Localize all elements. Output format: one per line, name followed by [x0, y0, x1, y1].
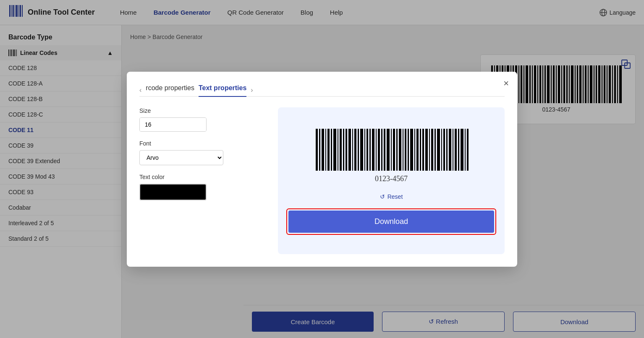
svg-rect-91 — [378, 129, 380, 171]
svg-rect-95 — [391, 129, 392, 171]
svg-rect-111 — [437, 129, 440, 171]
svg-rect-83 — [354, 129, 356, 171]
svg-rect-73 — [325, 129, 326, 171]
svg-rect-113 — [443, 129, 445, 171]
modal-right-panel: 0123-4567 ↺ Reset Download — [278, 107, 505, 254]
download-modal-button[interactable]: Download — [288, 211, 494, 233]
svg-rect-72 — [322, 129, 324, 171]
modal-dialog: × ‹ rcode properties Text properties › S… — [127, 72, 517, 267]
svg-rect-82 — [352, 129, 353, 171]
svg-rect-120 — [465, 129, 466, 171]
svg-rect-97 — [396, 129, 398, 171]
tab-barcode-properties[interactable]: rcode properties — [146, 84, 194, 97]
reset-icon: ↺ — [380, 193, 385, 200]
svg-rect-92 — [381, 129, 382, 171]
svg-rect-75 — [331, 129, 332, 171]
svg-rect-86 — [364, 129, 365, 171]
svg-rect-90 — [376, 129, 377, 171]
svg-rect-71 — [319, 129, 320, 171]
text-color-label: Text color — [139, 174, 265, 180]
svg-rect-77 — [338, 129, 338, 171]
svg-rect-107 — [425, 129, 428, 171]
svg-rect-110 — [435, 129, 436, 171]
svg-rect-96 — [393, 129, 395, 171]
svg-rect-79 — [343, 129, 344, 171]
barcode-preview-svg: 0123-4567 — [312, 127, 471, 185]
svg-rect-74 — [327, 129, 330, 171]
svg-rect-98 — [399, 129, 401, 171]
size-form-group: Size ▲ ▼ — [139, 107, 265, 132]
modal-left-panel: Size ▲ ▼ Font Arvo Arial H — [139, 107, 265, 254]
svg-rect-88 — [369, 129, 371, 171]
svg-rect-81 — [348, 129, 351, 171]
modal-body: Size ▲ ▼ Font Arvo Arial H — [139, 107, 505, 254]
svg-rect-101 — [408, 129, 409, 171]
svg-rect-93 — [384, 129, 385, 171]
svg-rect-99 — [403, 129, 403, 171]
font-label: Font — [139, 140, 265, 147]
modal-tabs: ‹ rcode properties Text properties › — [139, 84, 505, 97]
download-button-wrapper: Download — [286, 208, 496, 235]
text-color-form-group: Text color — [139, 174, 265, 200]
svg-rect-112 — [441, 129, 442, 171]
svg-rect-118 — [458, 129, 459, 171]
text-color-swatch[interactable] — [139, 184, 207, 200]
svg-rect-102 — [410, 129, 413, 171]
svg-rect-115 — [449, 129, 451, 171]
svg-rect-117 — [455, 129, 457, 171]
svg-rect-116 — [453, 129, 453, 171]
svg-rect-85 — [360, 129, 363, 171]
svg-rect-100 — [405, 129, 406, 171]
font-form-group: Font Arvo Arial Helvetica Times New Roma… — [139, 140, 265, 165]
barcode-preview: 0123-4567 — [286, 127, 496, 187]
font-select[interactable]: Arvo Arial Helvetica Times New Roman Cou… — [139, 150, 223, 165]
size-input[interactable] — [140, 118, 207, 131]
svg-rect-84 — [358, 129, 359, 171]
tab-text-properties[interactable]: Text properties — [199, 84, 246, 97]
modal-overlay[interactable]: × ‹ rcode properties Text properties › S… — [0, 0, 644, 338]
svg-rect-104 — [416, 129, 419, 171]
reset-button[interactable]: ↺ Reset — [380, 193, 403, 200]
svg-rect-80 — [346, 129, 347, 171]
svg-rect-114 — [446, 129, 448, 171]
svg-rect-119 — [461, 129, 463, 171]
svg-rect-76 — [333, 129, 336, 171]
svg-rect-70 — [316, 129, 318, 171]
size-label: Size — [139, 107, 265, 114]
svg-rect-89 — [372, 129, 374, 171]
svg-rect-121 — [467, 129, 469, 171]
tab-prev-arrow[interactable]: ‹ — [139, 86, 141, 94]
svg-rect-78 — [340, 129, 342, 171]
modal-close-button[interactable]: × — [503, 78, 509, 89]
reset-label: Reset — [387, 193, 403, 200]
svg-rect-106 — [422, 129, 424, 171]
tab-next-arrow[interactable]: › — [251, 86, 253, 94]
svg-rect-94 — [387, 129, 390, 171]
svg-rect-108 — [429, 129, 430, 171]
size-input-wrapper: ▲ ▼ — [139, 117, 207, 132]
svg-rect-103 — [414, 129, 415, 171]
svg-rect-105 — [420, 129, 421, 171]
svg-rect-87 — [367, 129, 368, 171]
svg-rect-109 — [431, 129, 433, 171]
barcode-value-text: 0123-4567 — [375, 174, 408, 183]
